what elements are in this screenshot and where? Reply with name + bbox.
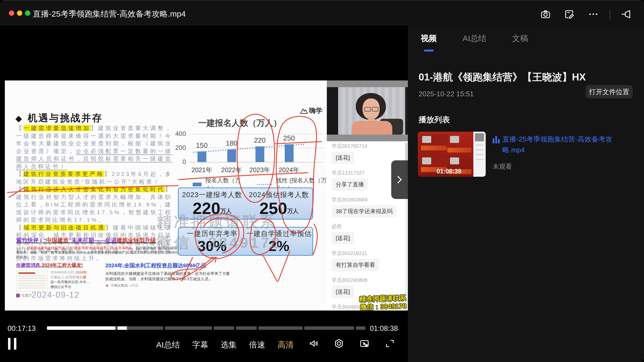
slide-watermark-line2: 微信：3849178 xyxy=(157,233,282,253)
current-time: 00:17:13 xyxy=(8,324,36,333)
chart-bar xyxy=(197,152,206,162)
chat-user-name: 学员302240808 xyxy=(332,277,403,284)
x-axis-label: 2022年 xyxy=(215,166,248,174)
close-window-button[interactable] xyxy=(9,10,14,16)
file-date: 2025-10-22 15:51 xyxy=(419,90,474,98)
subtitles-button[interactable]: 字幕 xyxy=(192,339,208,350)
pin-sidebar-icon[interactable] xyxy=(620,9,632,20)
bar-value-label: 220 xyxy=(248,136,272,145)
more-icon[interactable] xyxy=(588,9,599,20)
star-badge-icon: ★ xyxy=(105,283,109,288)
stat-unit: 万人 xyxy=(287,207,298,215)
chat-watermark: 精准押题请联系 微信：3849178 xyxy=(359,294,407,311)
chart-gridline xyxy=(190,134,323,134)
progress-bar[interactable] xyxy=(47,326,365,330)
progress-segment xyxy=(356,326,365,330)
legend-trendline-swatch xyxy=(257,184,272,185)
chat-bubble: 有打算自学看看 xyxy=(332,259,379,271)
quality-button[interactable]: 高清 xyxy=(277,339,294,350)
slide-paragraph: 【建筑行业资质要求更严格】2023年6月起，多地区开启建筑业资质“双随机一公开”… xyxy=(16,170,172,186)
pause-button[interactable] xyxy=(8,338,25,350)
webcam-top-bar xyxy=(327,80,408,87)
glasses-icon xyxy=(364,107,371,112)
player-window: 直播-25考季领跑集结营-高效备考攻略.mp4 嗨学 ◆机遇与挑战并存 【一建需… xyxy=(0,0,644,362)
pip-icon[interactable] xyxy=(359,338,369,350)
window-title: 直播-25考季领跑集结营-高效备考攻略.mp4 xyxy=(33,9,186,20)
slide-content: 嗨学 ◆机遇与挑战并存 【一建需求量急速增加】建筑业资质重大调整，一级建造师将迎… xyxy=(5,80,327,311)
tab-video[interactable]: 视频 xyxy=(421,33,437,44)
chat-bubble: [送花] xyxy=(332,152,354,164)
ai-summary-button[interactable]: AI总结 xyxy=(156,339,180,350)
playlist-thumbnail[interactable]: 01:08:39 xyxy=(418,132,486,177)
sidebar-panel: 视频AI总结文稿 01-港航《领跑集结营》【王晓波】HX 2025-10-22 … xyxy=(408,25,644,362)
chart-title: 一建报名人数（万人） xyxy=(186,117,294,129)
y-axis-tick: 400 xyxy=(173,130,186,138)
episodes-button[interactable]: 选集 xyxy=(221,339,237,350)
x-axis-label: 2021年 xyxy=(186,166,218,174)
stat-label: 2024预估报考人数 xyxy=(249,190,309,200)
x-axis-line xyxy=(190,162,323,162)
chat-bubble: 分享了直播 xyxy=(332,178,368,191)
playlist-item-title[interactable]: 直播-25考季领跑集结营-高效备考攻略.mp4 xyxy=(502,134,632,155)
volume-icon[interactable] xyxy=(308,338,319,350)
mountain-logo-icon xyxy=(300,107,308,114)
bar-value-label: 180 xyxy=(219,139,244,147)
news-right-title: 2024年,全国水利工程投资总额达6894亿元 xyxy=(105,262,231,269)
zoom-window-button[interactable] xyxy=(25,10,30,16)
minimize-window-button[interactable] xyxy=(17,10,22,16)
chevron-right-icon xyxy=(397,176,402,184)
progress-segment xyxy=(258,326,303,330)
titlebar: 直播-25考季领跑集结营-高效备考攻略.mp4 xyxy=(0,0,644,25)
y-axis-tick: 200 xyxy=(173,144,186,152)
chat-bubble: [送花] xyxy=(332,232,354,244)
news-right-body: 水利项目的大规模建设不仅推动了基础设施的发展，还为社会带来了大量的就业机会。当前… xyxy=(105,271,231,282)
note-edit-icon[interactable] xyxy=(564,9,575,20)
chat-message: 必胜[送花] xyxy=(332,223,403,244)
fullscreen-icon[interactable] xyxy=(385,338,395,350)
chat-user-name: 必胜 xyxy=(332,223,403,230)
playlist-item[interactable]: 01:08:39 直播-25考季领跑集结营-高效备考攻略.mp4 未观看 xyxy=(418,132,634,180)
haixue-logo: 嗨学 xyxy=(300,106,323,115)
stat-label: 2023一建报考人数 xyxy=(182,190,242,200)
camera-icon[interactable] xyxy=(540,9,551,20)
playlist-item-status: 未观看 xyxy=(493,162,632,171)
chat-message: 学员301765714[送花] xyxy=(332,143,403,164)
player-text-buttons: AI总结字幕选集倍速高清 xyxy=(156,339,294,350)
news-item-right: 2024年,全国水利工程投资总额达6894亿元 水利项目的大规模建设不仅推动了基… xyxy=(105,262,231,298)
progress-segment xyxy=(304,326,354,330)
chat-message: 学员302218211有打算自学看看 xyxy=(332,250,403,271)
expand-panel-button[interactable] xyxy=(391,160,408,199)
slide-paragraph: 【一建需求量急速增加】建筑业资质重大调整，一级建造师将迎来难得一遇的大需求量时期… xyxy=(16,124,172,170)
presenter-webcam xyxy=(327,87,408,135)
chart-bar xyxy=(255,146,264,162)
chat-bubble: [送花] xyxy=(332,286,354,298)
progress-played xyxy=(47,326,115,330)
player-icon-buttons xyxy=(308,338,395,350)
news-article-thumbnail xyxy=(16,270,48,291)
slide-paragraph: 【建筑行业步入人才密集化和智力密集化时代】建筑行业对智力型人才的需求大幅增加、具… xyxy=(16,186,172,224)
speed-button[interactable]: 倍速 xyxy=(249,339,265,350)
chat-user-name: 学员302218211 xyxy=(332,250,403,257)
bar-value-label: 250 xyxy=(277,134,301,142)
tab-transcript[interactable]: 文稿 xyxy=(512,33,528,44)
progress-segment xyxy=(214,326,234,330)
now-playing-icon xyxy=(493,135,500,143)
open-file-location-button[interactable]: 打开文件位置 xyxy=(586,85,633,98)
slide-heading: ◆机遇与挑战并存 xyxy=(16,112,103,125)
chat-user-name: 学员301765714 xyxy=(332,143,403,150)
y-axis-tick: 0 xyxy=(173,158,186,166)
progress-playhead[interactable] xyxy=(118,326,127,330)
logo-text: 嗨学 xyxy=(309,106,323,115)
record-icon[interactable] xyxy=(334,338,344,350)
diamond-bullet-icon: ◆ xyxy=(16,114,23,123)
news-source-logo-icon xyxy=(16,294,20,297)
chart-bar xyxy=(285,144,294,162)
tab-ai-summary[interactable]: AI总结 xyxy=(463,33,486,44)
total-duration: 01:08:38 xyxy=(370,324,398,333)
playlist-section-title: 播放列表 xyxy=(419,114,450,125)
x-axis-label: 2023年 xyxy=(244,166,276,174)
slide-watermark-line1: 精准押题请联系 xyxy=(157,212,277,232)
playlist-duration: 01:08:39 xyxy=(437,168,461,175)
news-right-source: ★ 中阀企数据 4天前 xyxy=(105,283,231,288)
webcam-bottom-bar xyxy=(327,135,408,141)
